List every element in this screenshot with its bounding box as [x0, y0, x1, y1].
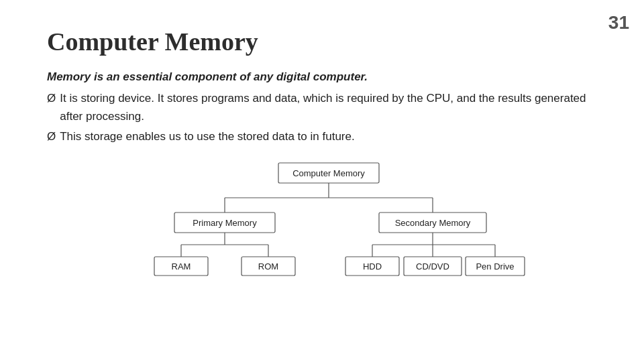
diagram-secondary: Secondary Memory: [379, 213, 486, 233]
svg-text:Secondary Memory: Secondary Memory: [395, 218, 471, 228]
diagram-pendrive: Pen Drive: [466, 257, 525, 276]
diagram-rom: ROM: [241, 257, 295, 276]
svg-text:Computer Memory: Computer Memory: [292, 168, 365, 178]
diagram-ram: RAM: [154, 257, 208, 276]
slide-title: Computer Memory: [47, 27, 610, 56]
memory-diagram: Computer Memory Primary Memory Secondary…: [47, 158, 610, 282]
diagram-primary: Primary Memory: [174, 213, 275, 233]
bullet2-arrow: Ø: [47, 128, 56, 145]
bullet1-arrow: Ø: [47, 90, 56, 107]
svg-text:RAM: RAM: [172, 261, 191, 272]
svg-text:HDD: HDD: [363, 261, 382, 272]
bullet2-text: This storage enables us to use the store…: [60, 128, 354, 145]
diagram-hdd: HDD: [345, 257, 399, 276]
slide-number: 31: [608, 12, 629, 34]
intro-text: Memory is an essential component of any …: [47, 70, 368, 83]
bullet1-text: It is storing device. It stores programs…: [60, 90, 597, 125]
slide-body: Memory is an essential component of any …: [47, 68, 597, 145]
diagram-cddvd: CD/DVD: [404, 257, 462, 276]
svg-text:ROM: ROM: [258, 261, 278, 272]
svg-text:Pen Drive: Pen Drive: [476, 261, 514, 272]
diagram-root: Computer Memory: [278, 163, 379, 183]
svg-text:Primary Memory: Primary Memory: [193, 218, 257, 228]
svg-text:CD/DVD: CD/DVD: [416, 261, 449, 272]
